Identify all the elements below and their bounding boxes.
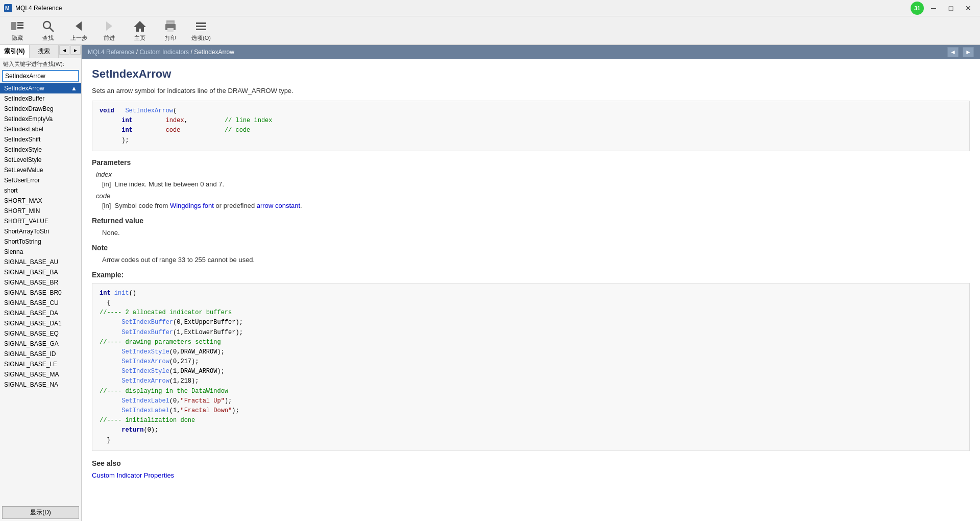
- tab-index[interactable]: 索引(N): [0, 45, 30, 58]
- sidebar-tabs: 索引(N) 搜索 ◄ ►: [0, 45, 81, 58]
- svg-point-6: [43, 21, 51, 29]
- list-item[interactable]: SetLevelValue: [0, 165, 81, 175]
- list-item[interactable]: SetLevelStyle: [0, 155, 81, 165]
- breadcrumb-link-2[interactable]: Custom Indicators: [139, 49, 189, 56]
- badge: 31: [911, 2, 924, 15]
- list-item[interactable]: SetIndexEmptyVa: [0, 114, 81, 124]
- nav-next[interactable]: ►: [70, 45, 81, 55]
- list-item[interactable]: SetIndexBuffer: [0, 93, 81, 104]
- param2-name: code: [166, 127, 181, 134]
- title-bar-controls: 31 ─ □ ✕: [911, 2, 976, 15]
- list-item[interactable]: SIGNAL_BASE_ID: [0, 349, 81, 359]
- print-icon: [163, 19, 178, 33]
- see-also-link-1[interactable]: Custom Indicator Properties: [92, 471, 174, 479]
- home-button[interactable]: 主页: [127, 18, 153, 43]
- list-item[interactable]: SIGNAL_BASE_BA: [0, 267, 81, 277]
- list-item[interactable]: SHORT_MIN: [0, 206, 81, 216]
- nav-prev[interactable]: ◄: [59, 45, 69, 55]
- list-item[interactable]: SetIndexLabel: [0, 124, 81, 134]
- closing-paren: );: [121, 137, 129, 144]
- list-item[interactable]: SIGNAL_BASE_EQ: [0, 328, 81, 339]
- svg-rect-15: [196, 22, 206, 24]
- list-item[interactable]: SIGNAL_BASE_BR0: [0, 288, 81, 298]
- list-item[interactable]: Sienna: [0, 247, 81, 257]
- note-title: Note: [92, 244, 970, 252]
- note-text: Arrow codes out of range 33 to 255 canno…: [102, 256, 970, 264]
- search-input[interactable]: [2, 70, 79, 82]
- forward-icon: [102, 19, 116, 33]
- sidebar: 索引(N) 搜索 ◄ ► 键入关键字进行查找(W): SetIndexArrow…: [0, 45, 82, 521]
- arrow-constant-link[interactable]: arrow constant: [257, 202, 300, 209]
- example-title: Example:: [92, 271, 970, 279]
- param2-comment: // code: [225, 127, 250, 134]
- toolbar: 隐藏 查找 上一步 前进 主页: [0, 16, 980, 45]
- param-code-name: code: [96, 192, 970, 200]
- tab-search[interactable]: 搜索: [30, 45, 59, 58]
- title-bar: M MQL4 Reference 31 ─ □ ✕: [0, 0, 980, 16]
- list-item[interactable]: SIGNAL_BASE_NA: [0, 380, 81, 390]
- list-item[interactable]: SetIndexStyle: [0, 145, 81, 155]
- print-button[interactable]: 打印: [157, 18, 184, 43]
- list-item[interactable]: SIGNAL_BASE_MA: [0, 369, 81, 380]
- list-item[interactable]: SetIndexShift: [0, 134, 81, 145]
- list-item[interactable]: SetIndexDrawBeg: [0, 104, 81, 114]
- doc-content: SetIndexArrow Sets an arrow symbol for i…: [82, 59, 980, 521]
- param-index-desc: [in] Line index. Must lie between 0 and …: [102, 180, 970, 188]
- show-button[interactable]: 显示(D): [2, 506, 79, 519]
- list-item[interactable]: SIGNAL_BASE_BR: [0, 277, 81, 288]
- close-button[interactable]: ✕: [961, 3, 976, 14]
- options-icon: [194, 19, 208, 33]
- breadcrumb: MQL4 Reference / Custom Indicators / Set…: [88, 49, 234, 56]
- list-item[interactable]: SetUserError: [0, 175, 81, 185]
- content-area: MQL4 Reference / Custom Indicators / Set…: [82, 45, 980, 521]
- breadcrumb-next[interactable]: ►: [963, 47, 974, 57]
- param-index-name: index: [96, 171, 970, 178]
- svg-marker-9: [106, 21, 112, 31]
- svg-marker-10: [134, 21, 146, 32]
- list-item[interactable]: SIGNAL_BASE_CU: [0, 298, 81, 308]
- breadcrumb-prev[interactable]: ◄: [947, 47, 959, 57]
- return-type: void: [100, 107, 114, 114]
- minimize-button[interactable]: ─: [926, 3, 941, 14]
- svg-rect-2: [11, 22, 16, 30]
- list-item[interactable]: SHORT_VALUE: [0, 216, 81, 226]
- breadcrumb-link-1[interactable]: MQL4 Reference: [88, 49, 134, 56]
- find-button[interactable]: 查找: [35, 18, 61, 43]
- see-also-title: See also: [92, 459, 970, 467]
- breadcrumb-current: SetIndexArrow: [194, 49, 234, 56]
- list-item[interactable]: SIGNAL_BASE_GA: [0, 339, 81, 349]
- list-item[interactable]: SIGNAL_BASE_DA: [0, 308, 81, 318]
- maximize-button[interactable]: □: [943, 3, 959, 14]
- list-item[interactable]: SIGNAL_BASE_AU: [0, 257, 81, 267]
- example-code-block: int init() { //---- 2 allocated indicato…: [92, 283, 970, 451]
- list-item[interactable]: SHORT_MAX: [0, 196, 81, 206]
- hide-button[interactable]: 隐藏: [4, 18, 31, 43]
- param-code-desc: [in] Symbol code from Wingdings font or …: [102, 202, 970, 209]
- param1-comment: // line index: [225, 117, 273, 124]
- back-button[interactable]: 上一步: [65, 18, 92, 43]
- list-item[interactable]: SIGNAL_BASE_LE: [0, 359, 81, 369]
- options-button[interactable]: 选项(O): [188, 18, 214, 43]
- svg-line-7: [50, 28, 54, 32]
- param1-type: int: [121, 117, 133, 124]
- param1-name: index: [166, 117, 184, 124]
- find-icon: [41, 19, 55, 33]
- list-item[interactable]: SIGNAL_BASE_DA1: [0, 318, 81, 328]
- active-arrow-indicator: ▲: [71, 85, 77, 92]
- sidebar-item-setindexarrow[interactable]: SetIndexArrow ▲: [0, 83, 81, 93]
- search-label: 键入关键字进行查找(W):: [0, 58, 81, 69]
- list-item[interactable]: short: [0, 185, 81, 196]
- sidebar-list: SetIndexArrow ▲ SetIndexBuffer SetIndexD…: [0, 83, 81, 504]
- svg-rect-4: [17, 25, 23, 26]
- forward-button[interactable]: 前进: [96, 18, 122, 43]
- wingdings-link[interactable]: Wingdings font: [170, 202, 214, 209]
- breadcrumb-nav: ◄ ►: [947, 47, 974, 57]
- list-item[interactable]: ShortToString: [0, 236, 81, 247]
- title-bar-text: MQL4 Reference: [15, 5, 911, 12]
- see-also-section: See also Custom Indicator Properties: [92, 459, 970, 479]
- doc-description: Sets an arrow symbol for indicators line…: [92, 87, 970, 94]
- list-item[interactable]: ShortArrayToStri: [0, 226, 81, 236]
- svg-marker-8: [76, 21, 82, 31]
- svg-rect-16: [196, 26, 206, 27]
- returned-value-title: Returned value: [92, 217, 970, 225]
